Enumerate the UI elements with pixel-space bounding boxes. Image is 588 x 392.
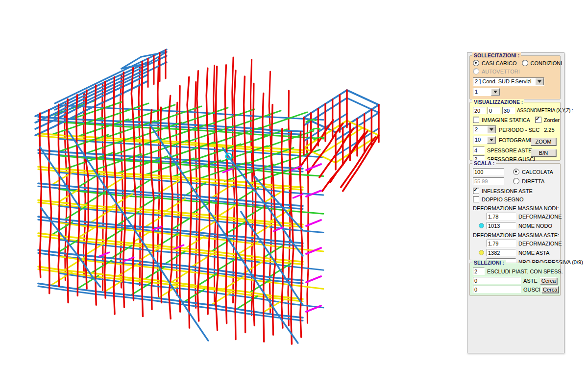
load-case-value: 2 ] Cond. SUD F.Servizi — [473, 78, 535, 85]
fotogrammi-value: 10 — [473, 136, 487, 144]
spessore-aste-label: SPESSORE ASTE — [487, 147, 532, 153]
def-aste-field-label: DEFORMAZIONE — [518, 241, 562, 246]
inflessione-aste-checkbox[interactable] — [473, 188, 479, 194]
inflessione-aste-label: INFLESSIONE ASTE — [482, 188, 533, 194]
asso-y-input[interactable] — [488, 107, 500, 114]
group-title: SCALA : — [472, 160, 496, 166]
periodo-sec-value: 2.25 — [544, 127, 554, 133]
aste-label: ASTE — [523, 278, 538, 284]
doppio-segno-checkbox[interactable] — [473, 196, 479, 202]
def-max-nodi-label: DEFORMAZIONE MASSIMA NODI: — [470, 205, 560, 211]
load-case-combo[interactable]: 2 ] Cond. SUD F.Servizi — [473, 77, 544, 86]
nome-nodo-input[interactable] — [487, 222, 516, 229]
immagine-statica-label: IMMAGINE STATICA — [482, 117, 530, 123]
radio-calcolata[interactable] — [513, 169, 519, 175]
group-title: SELEZIONI : — [472, 260, 506, 266]
radio-autovettori — [473, 68, 479, 74]
mode-value: 1 — [473, 88, 491, 96]
group-sollecitazioni: SOLLECITAZIONI : CASI CARICO CONDIZIONI … — [469, 55, 561, 99]
cerca-aste-button[interactable]: Cerca — [540, 277, 557, 284]
zorder-checkbox[interactable] — [535, 117, 541, 123]
spessore-aste-input[interactable] — [473, 147, 485, 154]
escludi-piast-input[interactable] — [473, 268, 485, 275]
fotogrammi-combo[interactable]: 10 — [473, 136, 496, 144]
node-color-dot — [479, 223, 484, 228]
periodo-combo[interactable]: 2 — [473, 125, 496, 134]
zorder-label: Zorder — [544, 117, 560, 123]
def-max-aste-label: DEFORMAZIONE MASSIMA ASTE: — [470, 232, 560, 238]
radio-diretta-label: DIRETTA — [522, 178, 544, 184]
asta-color-dot — [479, 250, 484, 255]
cerca-gusci-button[interactable]: Cerca — [541, 286, 559, 293]
group-visualizzazione: VISUALIZZAZIONE : ASSONOMETRIA (X,Y,Z) :… — [469, 102, 561, 161]
nome-asta-label: NOME ASTA — [518, 250, 549, 256]
group-title: SOLLECITAZIONI : — [472, 52, 521, 58]
group-scala: SCALA : CALCOLATA DIRETTA INFLESSIONE AS… — [469, 163, 561, 260]
zoom-button[interactable]: ZOOM — [531, 138, 556, 146]
gusci-label: GUSCI — [523, 287, 539, 293]
model-viewport[interactable] — [0, 0, 466, 392]
nome-asta-input[interactable] — [487, 249, 516, 256]
def-aste-input[interactable] — [487, 240, 516, 247]
gusci-select-input[interactable] — [473, 286, 521, 293]
radio-casi-carico[interactable] — [473, 60, 479, 66]
group-selezioni: SELEZIONI : ESCLUDI PIAST. CON SPESS. AS… — [469, 263, 561, 296]
immagine-statica-checkbox[interactable] — [473, 117, 479, 123]
radio-autovettori-label: AUTOVETTORI — [482, 69, 520, 74]
model-canvas[interactable] — [0, 0, 466, 392]
periodo-label: PERIODO - SEC — [499, 127, 539, 133]
nome-nodo-label: NOME NODO — [518, 223, 552, 229]
radio-condizioni-label: CONDIZIONI — [531, 60, 563, 66]
scala-calcolata-input[interactable] — [473, 168, 504, 175]
radio-calcolata-label: CALCOLATA — [522, 169, 553, 175]
doppio-segno-label: DOPPIO SEGNO — [482, 196, 524, 202]
periodo-value: 2 — [473, 126, 487, 133]
bn-button[interactable]: B/N — [531, 149, 556, 157]
chevron-down-icon[interactable] — [487, 136, 496, 144]
chevron-down-icon[interactable] — [487, 126, 496, 133]
chevron-down-icon[interactable] — [535, 78, 544, 85]
chevron-down-icon[interactable] — [491, 88, 500, 96]
escludi-piast-label: ESCLUDI PIAST. CON SPESS. — [487, 269, 563, 274]
group-title: VISUALIZZAZIONE : — [472, 99, 524, 105]
asso-x-input[interactable] — [473, 107, 486, 114]
mode-combo[interactable]: 1 — [473, 88, 500, 96]
radio-casi-carico-label: CASI CARICO — [482, 60, 517, 66]
radio-diretta[interactable] — [513, 178, 519, 184]
def-nodi-field-label: DEFORMAZIONE — [518, 214, 562, 220]
control-panel: SOLLECITAZIONI : CASI CARICO CONDIZIONI … — [467, 52, 564, 353]
asso-label: ASSONOMETRIA (X,Y,Z) : — [517, 108, 573, 113]
radio-condizioni[interactable] — [522, 60, 528, 66]
scala-diretta-input — [473, 177, 504, 185]
asso-z-input[interactable] — [502, 107, 515, 114]
def-nodi-input[interactable] — [487, 213, 516, 220]
aste-select-input[interactable] — [473, 277, 521, 284]
